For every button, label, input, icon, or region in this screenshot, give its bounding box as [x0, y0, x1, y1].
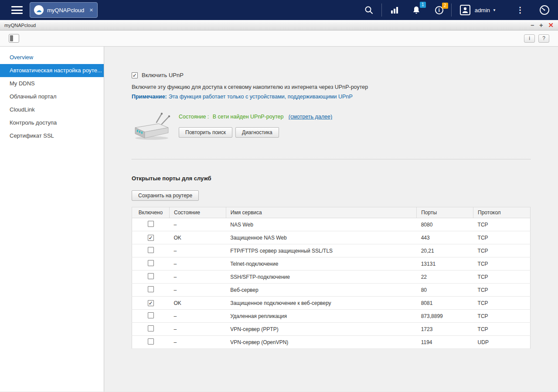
- notifications-bell-icon[interactable]: 1: [412, 5, 421, 15]
- service-enabled-checkbox[interactable]: ✓: [148, 235, 154, 241]
- sidebar-item[interactable]: My DDNS: [0, 77, 104, 90]
- window-title: myQNAPcloud: [4, 23, 531, 28]
- rescan-button[interactable]: Повторить поиск: [179, 127, 232, 138]
- service-ports-cell: 873,8899: [417, 310, 473, 323]
- sidebar-item[interactable]: CloudLink: [0, 103, 104, 116]
- table-row[interactable]: – VPN-сервер (OpenVPN) 1194 UDP: [132, 336, 531, 349]
- see-more-link[interactable]: (смотреть далее): [289, 114, 332, 120]
- service-protocol-cell: UDP: [473, 336, 531, 349]
- info-button[interactable]: i: [524, 34, 535, 43]
- sidebar-nav: Overview Автоматическая настройка роуте.…: [0, 47, 104, 392]
- sidebar-item[interactable]: Контроль доступа: [0, 116, 104, 129]
- upnp-status-line: Состояние : В сети найден UPnP-роутер (с…: [179, 114, 332, 120]
- service-name-cell: NAS Web: [226, 218, 416, 231]
- service-enabled-checkbox[interactable]: [148, 273, 154, 279]
- service-name-cell: SSH/SFTP-подключение: [226, 270, 416, 284]
- ports-table-header-row: ВключеноСостояниеИмя сервисаПортыПротоко…: [132, 207, 531, 218]
- service-protocol-cell: TCP: [473, 257, 531, 270]
- column-header[interactable]: Порты: [417, 207, 473, 218]
- service-name-cell: FTP/FTTPS сервер защищенный SSL/TLS: [226, 244, 416, 257]
- app-tab-myqnapcloud[interactable]: ☁ myQNAPcloud ✕: [30, 2, 98, 18]
- table-row[interactable]: ✓ OK Защищенное NAS Web 443 TCP: [132, 231, 531, 244]
- service-status-cell: OK: [169, 297, 226, 310]
- service-enabled-checkbox[interactable]: [148, 325, 154, 331]
- background-tasks-icon[interactable]: [390, 5, 399, 15]
- column-header[interactable]: Протокол: [473, 207, 531, 218]
- service-enabled-checkbox[interactable]: [148, 312, 154, 318]
- help-button[interactable]: ?: [538, 34, 549, 43]
- section-divider: [132, 159, 531, 159]
- table-row[interactable]: – NAS Web 8080 TCP: [132, 218, 531, 231]
- service-name-cell: Telnet-подключение: [226, 257, 416, 270]
- tab-close-icon[interactable]: ✕: [89, 7, 93, 13]
- user-profile-icon[interactable]: [459, 4, 471, 16]
- close-icon[interactable]: ✕: [548, 22, 554, 28]
- note-text: Эта функция работает только с устройства…: [169, 94, 353, 100]
- topbar-divider: [451, 3, 452, 17]
- notification-badge: 1: [420, 2, 426, 8]
- more-options-icon[interactable]: ⋮: [516, 5, 524, 15]
- service-protocol-cell: TCP: [473, 310, 531, 323]
- table-row[interactable]: – Удаленная репликация 873,8899 TCP: [132, 310, 531, 323]
- service-status-cell: –: [169, 310, 226, 323]
- table-row[interactable]: – Telnet-подключение 13131 TCP: [132, 257, 531, 270]
- save-to-router-button[interactable]: Сохранить на роутере: [132, 190, 199, 201]
- column-header[interactable]: Включено: [132, 207, 170, 218]
- service-protocol-cell: TCP: [473, 270, 531, 284]
- service-protocol-cell: TCP: [473, 297, 531, 310]
- table-row[interactable]: – SSH/SFTP-подключение 22 TCP: [132, 270, 531, 284]
- qts-topbar: ☁ myQNAPcloud ✕ 1 i 2 admin ▼ ⋮: [0, 0, 558, 20]
- sidebar-item-label: Сертификат SSL: [10, 132, 54, 139]
- user-name: admin: [475, 7, 490, 14]
- service-ports-cell: 443: [417, 231, 473, 244]
- maximize-icon[interactable]: +: [539, 22, 543, 28]
- sidebar-item[interactable]: Сертификат SSL: [0, 129, 104, 142]
- ports-table-body: – NAS Web 8080 TCP ✓ OK Защищенное NAS W…: [132, 218, 531, 349]
- service-status-cell: OK: [169, 231, 226, 244]
- note-label: Примечание:: [132, 94, 167, 100]
- service-name-cell: Защищенное NAS Web: [226, 231, 416, 244]
- ports-table: ВключеноСостояниеИмя сервисаПортыПротоко…: [132, 207, 531, 349]
- system-info-icon[interactable]: i 2: [435, 6, 443, 14]
- service-status-cell: –: [169, 270, 226, 284]
- service-enabled-checkbox[interactable]: [148, 221, 154, 227]
- minimize-icon[interactable]: −: [531, 22, 534, 28]
- table-row[interactable]: ✓ OK Защищенное подключение к веб-сервер…: [132, 297, 531, 310]
- status-value: В сети найден UPnP-роутер: [213, 114, 284, 120]
- info-badge: 2: [442, 3, 448, 9]
- sidebar-item[interactable]: Overview: [0, 51, 104, 64]
- service-enabled-checkbox[interactable]: [148, 286, 154, 292]
- status-label: Состояние :: [179, 114, 209, 120]
- service-enabled-checkbox[interactable]: [148, 260, 154, 266]
- open-ports-heading: Открытые порты для служб: [132, 175, 531, 182]
- sidebar-item[interactable]: Облачный портал: [0, 90, 104, 103]
- service-name-cell: Защищенное подключение к веб-серверу: [226, 297, 416, 310]
- sidebar-item-label: My DDNS: [10, 80, 35, 87]
- table-row[interactable]: – FTP/FTTPS сервер защищенный SSL/TLS 20…: [132, 244, 531, 257]
- sidebar-toggle-icon[interactable]: [9, 34, 19, 43]
- enable-upnp-checkbox[interactable]: ✓: [132, 72, 138, 78]
- topbar-divider: [381, 3, 382, 17]
- service-protocol-cell: TCP: [473, 323, 531, 336]
- sidebar-item-label: Автоматическая настройка роуте...: [10, 67, 102, 74]
- main-menu-icon[interactable]: [11, 6, 23, 14]
- service-enabled-checkbox[interactable]: [148, 338, 154, 345]
- service-enabled-checkbox[interactable]: [148, 247, 154, 253]
- column-header[interactable]: Состояние: [169, 207, 226, 218]
- sidebar-item-label: CloudLink: [10, 106, 35, 113]
- sidebar-item[interactable]: Автоматическая настройка роуте...: [0, 64, 104, 77]
- table-row[interactable]: – Веб-сервер 80 TCP: [132, 284, 531, 297]
- search-icon[interactable]: [364, 5, 374, 15]
- dashboard-gauge-icon[interactable]: [539, 4, 550, 16]
- service-protocol-cell: TCP: [473, 284, 531, 297]
- service-enabled-checkbox[interactable]: ✓: [148, 300, 154, 306]
- user-menu[interactable]: admin ▼: [475, 7, 496, 14]
- diagnostics-button[interactable]: Диагностика: [235, 127, 279, 138]
- enable-upnp-label: Включить UPnP: [142, 72, 184, 78]
- column-header[interactable]: Имя сервиса: [226, 207, 416, 218]
- service-ports-cell: 1723: [417, 323, 473, 336]
- table-row[interactable]: – VPN-сервер (PPTP) 1723 TCP: [132, 323, 531, 336]
- sidebar-item-label: Облачный портал: [10, 93, 57, 100]
- service-status-cell: –: [169, 284, 226, 297]
- upnp-note: Примечание:Эта функция работает только с…: [132, 94, 531, 100]
